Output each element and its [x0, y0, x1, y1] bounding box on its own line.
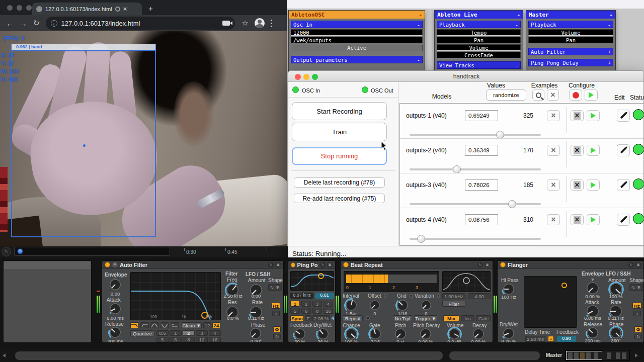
master-title-bar[interactable]: Master -: [526, 11, 615, 19]
insert-mode-button[interactable]: Ins: [461, 315, 474, 321]
site-info-icon[interactable]: i: [51, 20, 57, 27]
highpass-type-button[interactable]: [140, 322, 149, 328]
window-close-button[interactable]: [7, 5, 13, 11]
osc-in-header[interactable]: Osc In -: [291, 21, 423, 28]
edit-model-button[interactable]: [617, 144, 630, 156]
attack-knob[interactable]: [110, 303, 121, 314]
delay-filter-display[interactable]: [290, 271, 334, 291]
ping-pong-header[interactable]: Ping Pong Delay +: [528, 59, 613, 66]
hz-mode-button[interactable]: Hz: [271, 303, 280, 309]
model-value-field[interactable]: 0.36349: [465, 145, 498, 156]
scroll-left-icon[interactable]: [3, 353, 6, 357]
no-triplets-button[interactable]: No Trpl: [393, 315, 412, 321]
view-examples-button[interactable]: [532, 89, 544, 101]
run-model-button[interactable]: [587, 214, 600, 225]
view-tracks-header[interactable]: View Tracks -: [437, 61, 521, 69]
trigger-dropdown[interactable]: Trigger ▼: [414, 315, 437, 321]
auto-filter-header[interactable]: Auto Filter +: [528, 48, 613, 55]
master-volume-row[interactable]: Volume: [528, 29, 613, 36]
beat-division-button[interactable]: 6: [301, 308, 311, 314]
hot-swap-icon[interactable]: ↻: [268, 262, 274, 267]
beat-division-button[interactable]: 3: [312, 301, 322, 307]
tab-close-icon[interactable]: ×: [123, 6, 127, 12]
run-all-button[interactable]: [585, 89, 598, 101]
sync-mode-button[interactable]: ♪: [272, 311, 280, 316]
decay-knob[interactable]: [473, 328, 484, 339]
beat-division-button[interactable]: 2: [301, 301, 311, 307]
model-slider[interactable]: [410, 134, 541, 136]
camera-permission-icon[interactable]: [222, 21, 230, 26]
collapse-icon[interactable]: -: [417, 57, 420, 63]
slider-thumb[interactable]: [417, 235, 425, 243]
hot-swap-icon[interactable]: ↻: [628, 262, 634, 267]
bandpass-type-button[interactable]: [150, 322, 159, 328]
reload-icon[interactable]: ↻: [33, 19, 40, 28]
sync-mode-button[interactable]: ♪: [633, 311, 641, 316]
collapse-icon[interactable]: -: [419, 12, 422, 18]
hot-swap-icon[interactable]: ↻: [320, 262, 326, 267]
delay-offset-box[interactable]: 2.08 %: [312, 315, 330, 321]
mix-mode-button[interactable]: Mix: [443, 315, 459, 321]
osc-address-field[interactable]: /wek/outputs: [291, 37, 423, 43]
envelope-amount-knob[interactable]: [110, 279, 121, 290]
delete-examples-button[interactable]: ×: [547, 110, 560, 121]
handtrack-title-bar[interactable]: handtrack: [288, 71, 644, 82]
interval-knob[interactable]: [346, 300, 357, 311]
slider-thumb[interactable]: [508, 200, 516, 208]
collapse-icon[interactable]: -: [515, 22, 518, 28]
model-value-field[interactable]: 0.69249: [465, 110, 498, 121]
playback-header[interactable]: Playback -: [437, 21, 521, 28]
quantize-option[interactable]: 6: [170, 337, 182, 342]
delete-all-examples-button[interactable]: ×: [547, 89, 559, 101]
drywet-knob[interactable]: [317, 328, 329, 339]
save-preset-icon[interactable]: ▣: [485, 262, 490, 267]
spin-mode-button[interactable]: ↻: [634, 334, 642, 339]
quantize-option[interactable]: 0.5: [156, 330, 169, 336]
quantize-option[interactable]: 5: [156, 337, 169, 342]
record-model-button[interactable]: ×: [571, 214, 584, 225]
model-value-field[interactable]: 0.78026: [465, 179, 498, 191]
gate-mode-button[interactable]: Gate: [476, 315, 491, 321]
profile-avatar[interactable]: [255, 18, 265, 28]
crossfade-row[interactable]: CrossFade: [437, 52, 521, 58]
slider-thumb[interactable]: [453, 165, 461, 173]
record-model-button[interactable]: ×: [571, 110, 584, 121]
record-model-button[interactable]: ×: [571, 179, 584, 191]
hot-swap-icon[interactable]: ↻: [477, 262, 483, 267]
collapse-icon[interactable]: -: [517, 12, 520, 18]
window-zoom-button[interactable]: [26, 5, 32, 11]
slope-12-button[interactable]: 12: [203, 322, 211, 328]
offset-knob[interactable]: [370, 300, 380, 310]
save-preset-icon[interactable]: ▣: [327, 262, 333, 267]
slider-thumb[interactable]: [496, 131, 504, 139]
run-model-button[interactable]: [587, 110, 600, 121]
link-plus-button[interactable]: +: [548, 336, 554, 342]
quantize-option[interactable]: 1: [170, 330, 182, 336]
collapse-icon[interactable]: -: [515, 62, 518, 68]
slope-24-button[interactable]: 24: [212, 322, 220, 328]
master-pan-row[interactable]: Pan: [528, 37, 613, 43]
quantize-option[interactable]: 8: [183, 337, 195, 342]
quantize-option[interactable]: 4: [209, 330, 221, 336]
expand-icon[interactable]: +: [608, 49, 611, 55]
flanger-xy-pad[interactable]: [524, 276, 577, 328]
device-on-led[interactable]: [105, 262, 110, 267]
horizontal-scrollbar[interactable]: [449, 351, 540, 360]
start-recording-button[interactable]: Start Recording: [292, 102, 387, 120]
delete-last-recording-button[interactable]: Delete last recording (#78): [294, 177, 385, 188]
repeat-grid-display[interactable]: 0 1 2 3: [344, 271, 439, 292]
phase-knob[interactable]: [610, 327, 621, 338]
automation-icon[interactable]: ≈: [2, 247, 11, 256]
beat-division-button[interactable]: 4: [324, 301, 333, 307]
shape-dropdown[interactable]: ∿ ▼: [629, 284, 643, 291]
time-ruler[interactable]: 0:30 0:45: [171, 246, 288, 257]
feedback-knob[interactable]: [294, 328, 305, 339]
ping-pong-header-bar[interactable]: Ping Po... ↻▣: [288, 261, 335, 269]
pitch-knob[interactable]: [395, 328, 406, 339]
ableton-live-title-bar[interactable]: Ableton Live -: [435, 11, 523, 19]
morph-type-button[interactable]: [171, 322, 179, 328]
gate-knob[interactable]: [370, 328, 381, 339]
beat-division-button[interactable]: 8: [312, 308, 322, 314]
edit-model-button[interactable]: [617, 179, 630, 191]
train-button[interactable]: Train: [292, 123, 387, 141]
